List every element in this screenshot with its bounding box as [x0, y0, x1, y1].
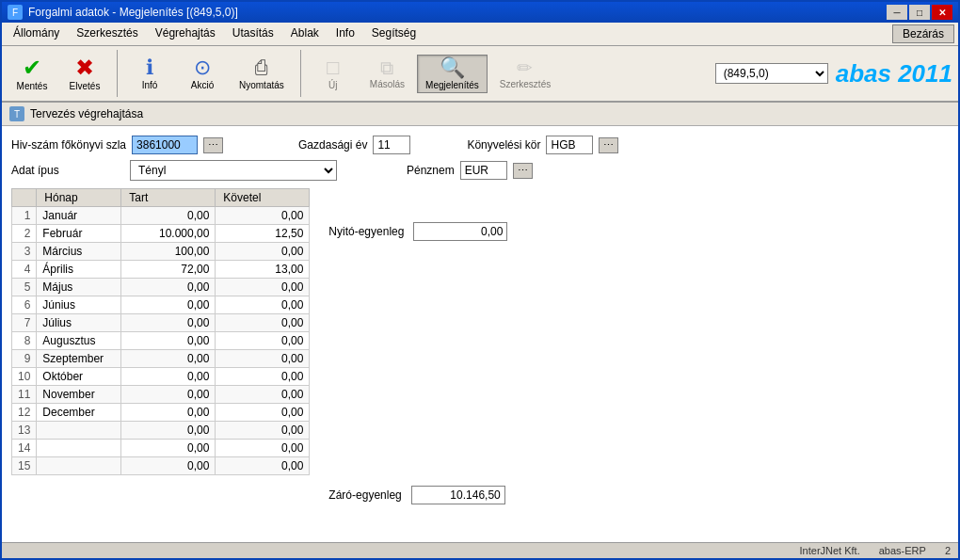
- hivszam-lookup-button[interactable]: ⋯: [203, 137, 223, 153]
- row-tart: 0,00: [121, 440, 216, 457]
- menu-allomany[interactable]: Állomány: [6, 24, 67, 43]
- table-row: 4 Április 72,00 13,00: [12, 261, 310, 279]
- masolas-button[interactable]: ⧉ Másolás: [361, 56, 413, 92]
- row-kovet: 0,00: [216, 368, 310, 386]
- nyito-egyenleg-label: Nyitó-egyenleg: [328, 225, 404, 238]
- data-table: Hónap Tart Követel 1 Január 0,00 0,00 2 …: [11, 188, 310, 475]
- nyomtatas-button[interactable]: ⎙ Nyomtatás: [231, 55, 293, 93]
- closing-balance-row: Záró-egyenleg: [328, 486, 507, 504]
- menu-info[interactable]: Info: [328, 24, 362, 43]
- table-row: 11 November 0,00 0,00: [12, 386, 310, 404]
- row-tart: 0,00: [121, 457, 216, 475]
- abas-logo: abas 2011: [836, 59, 952, 88]
- row-num: 5: [12, 279, 37, 296]
- window: F Forgalmi adatok - Megjelenítés [(849,5…: [0, 0, 960, 560]
- row-kovet: 0,00: [216, 404, 310, 422]
- menu-segitseg[interactable]: Segítség: [364, 24, 424, 43]
- gazdasagi-ev-input[interactable]: [373, 136, 410, 154]
- info-button[interactable]: ℹ Infó: [125, 55, 174, 93]
- table-row: 2 Február 10.000,00 12,50: [12, 225, 310, 243]
- nyomtatas-label: Nyomtatás: [239, 80, 284, 90]
- section-title: Tervezés végrehajtása: [30, 107, 143, 120]
- elvetes-button[interactable]: ✖ Elvetés: [60, 54, 109, 94]
- row-num: 14: [12, 440, 37, 457]
- table-row: 7 Július 0,00 0,00: [12, 314, 310, 332]
- menu-bar: Állomány Szerkesztés Végrehajtás Utasítá…: [2, 23, 958, 46]
- row-tart: 0,00: [121, 207, 216, 225]
- info-icon: ℹ: [146, 57, 153, 78]
- adatipus-label: Adat ípus: [11, 164, 124, 177]
- row-tart: 0,00: [121, 314, 216, 332]
- row-num: 2: [12, 225, 37, 243]
- table-row: 5 Május 0,00 0,00: [12, 279, 310, 296]
- row-month: Június: [37, 296, 121, 314]
- menu-utasitas[interactable]: Utasítás: [225, 24, 281, 43]
- row-tart: 72,00: [121, 261, 216, 279]
- row-month: Szeptember: [37, 350, 121, 368]
- row-month: Április: [37, 261, 121, 279]
- row-num: 12: [12, 404, 37, 422]
- row-month: Március: [37, 243, 121, 261]
- megjelenites-button[interactable]: 🔍 Megjelenítés: [417, 55, 488, 93]
- megjelenites-label: Megjelenítés: [425, 80, 479, 90]
- row-num: 4: [12, 261, 37, 279]
- title-bar-title: Forgalmi adatok - Megjelenítés [(849,5,0…: [28, 6, 238, 19]
- row-kovet: 0,00: [216, 422, 310, 440]
- row-num: 11: [12, 386, 37, 404]
- nyito-egyenleg-input[interactable]: [413, 222, 507, 241]
- row-month: Október: [37, 368, 121, 386]
- penznem-lookup-button[interactable]: ⋯: [513, 163, 533, 179]
- toolbar: ✔ Mentés ✖ Elvetés ℹ Infó ⊙ Akció ⎙ Nyom…: [2, 46, 958, 103]
- uj-icon: □: [327, 57, 339, 78]
- penznem-input[interactable]: [460, 161, 507, 180]
- table-row: 14 0,00 0,00: [12, 440, 310, 457]
- maximize-button[interactable]: □: [909, 5, 930, 20]
- toolbar-combo[interactable]: (849,5,0): [715, 63, 828, 84]
- bezaras-button[interactable]: Bezárás: [892, 24, 954, 43]
- status-system: abas-ERP: [879, 545, 926, 556]
- row-num: 7: [12, 314, 37, 332]
- row-tart: 100,00: [121, 243, 216, 261]
- row-kovet: 0,00: [216, 279, 310, 296]
- row-kovet: 0,00: [216, 350, 310, 368]
- row-month: Július: [37, 314, 121, 332]
- hivszam-input[interactable]: [132, 136, 198, 154]
- table-row: 12 December 0,00 0,00: [12, 404, 310, 422]
- status-company: InterJNet Kft.: [800, 545, 860, 556]
- row-num: 9: [12, 350, 37, 368]
- uj-button[interactable]: □ Új: [309, 55, 358, 93]
- row-kovet: 0,00: [216, 457, 310, 475]
- row-kovet: 0,00: [216, 386, 310, 404]
- row-num: 6: [12, 296, 37, 314]
- title-bar: F Forgalmi adatok - Megjelenítés [(849,5…: [2, 2, 958, 23]
- konyvelesi-kor-lookup-button[interactable]: ⋯: [599, 137, 618, 153]
- table-container: Hónap Tart Követel 1 Január 0,00 0,00 2 …: [11, 188, 310, 504]
- opening-balance-row: Nyitó-egyenleg: [328, 222, 507, 241]
- akcio-button[interactable]: ⊙ Akció: [178, 55, 227, 93]
- akcio-label: Akció: [191, 80, 214, 90]
- menu-ablak[interactable]: Ablak: [283, 24, 327, 43]
- zaro-egyenleg-input[interactable]: [411, 486, 505, 504]
- row-num: 13: [12, 422, 37, 440]
- uj-label: Új: [328, 80, 337, 90]
- row-tart: 0,00: [121, 422, 216, 440]
- row-month: [37, 440, 121, 457]
- row-kovet: 0,00: [216, 314, 310, 332]
- info-label: Infó: [142, 80, 158, 90]
- penznem-label: Pénznem: [407, 164, 455, 177]
- minimize-button[interactable]: ─: [887, 5, 907, 20]
- adatipus-select[interactable]: Tényl: [130, 160, 337, 181]
- row-num: 10: [12, 368, 37, 386]
- menu-szerkesztes[interactable]: Szerkesztés: [69, 24, 145, 43]
- col-rownum: [12, 189, 37, 207]
- table-row: 15 0,00 0,00: [12, 457, 310, 475]
- szerkesztes-button[interactable]: ✏ Szerkesztés: [491, 56, 559, 92]
- close-button[interactable]: ✕: [932, 5, 952, 20]
- table-row: 9 Szeptember 0,00 0,00: [12, 350, 310, 368]
- menu-vegrehajtás[interactable]: Végrehajtás: [148, 24, 223, 43]
- row-kovet: 0,00: [216, 296, 310, 314]
- row-kovet: 0,00: [216, 332, 310, 350]
- row-kovet: 0,00: [216, 207, 310, 225]
- konyvelesi-kor-input[interactable]: [546, 136, 593, 154]
- mentes-button[interactable]: ✔ Mentés: [8, 54, 56, 94]
